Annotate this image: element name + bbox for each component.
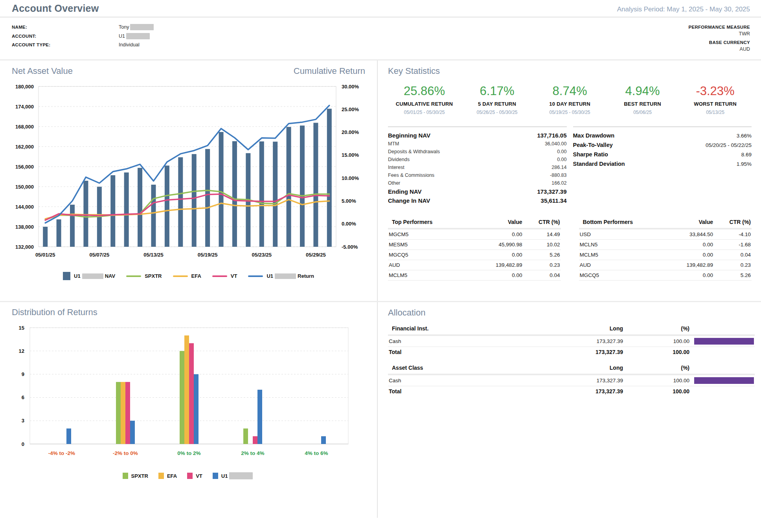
distribution-title: Distribution of Returns	[12, 307, 377, 317]
distribution-of-returns-chart: 03691215-4% to -2%-2% to 0%0% to 2%2% to…	[6, 322, 367, 467]
svg-text:0.00%: 0.00%	[342, 221, 356, 227]
financial-inst-header: Financial Inst.	[388, 323, 522, 335]
account-type-row: ACCOUNT TYPE: Individual	[12, 42, 154, 48]
table-row: MGCQ50.005.26	[388, 250, 561, 260]
account-type-value: Individual	[119, 42, 140, 48]
nav-chart-legend: U1NAV SPXTR EFA VT U1Return	[0, 272, 377, 280]
base-currency-label: BASE CURRENCY	[689, 40, 750, 45]
breakdown-row: Fees & Commissions-880.83	[388, 171, 567, 179]
account-redaction	[275, 273, 296, 279]
svg-text:156,000: 156,000	[15, 164, 34, 170]
table-header-row: Top Performers Value CTR (%)	[388, 217, 561, 229]
account-swatch	[213, 473, 218, 479]
account-label: ACCOUNT:	[12, 34, 119, 39]
svg-text:05/07/25: 05/07/25	[90, 252, 110, 258]
account-redaction	[229, 472, 253, 479]
value-column-header: Value	[653, 217, 714, 229]
legend-item-efa[interactable]: EFA	[158, 473, 177, 479]
asset-class-table: Asset Class Long (%) Cash 173,327.39 100…	[388, 363, 755, 396]
nav-bar-swatch	[63, 272, 70, 280]
stat-label: 10 DAY RETURN	[533, 101, 606, 107]
stat-label: 5 DAY RETURN	[461, 101, 533, 107]
stat-best-return: 4.94% BEST RETURN 05/06/25	[606, 84, 679, 115]
legend-item-vt[interactable]: VT	[212, 273, 237, 279]
svg-text:0% to 2%: 0% to 2%	[177, 450, 200, 456]
stat-cumulative-return: 25.86% CUMULATIVE RETURN 05/01/25 - 05/3…	[388, 84, 461, 115]
table-row: MCLM50.000.04	[388, 270, 561, 281]
svg-text:05/23/25: 05/23/25	[252, 252, 272, 258]
efa-line-swatch	[173, 275, 188, 277]
financial-inst-table: Financial Inst. Long (%) Cash 173,327.39…	[388, 323, 755, 357]
name-label: NAME:	[12, 25, 119, 29]
svg-text:174,000: 174,000	[15, 104, 34, 110]
allocation-panel: Allocation Financial Inst. Long (%) Cash…	[378, 302, 761, 518]
key-statistics-row: 25.86% CUMULATIVE RETURN 05/01/25 - 05/3…	[388, 84, 752, 115]
bar-column-header	[690, 323, 755, 335]
svg-text:9: 9	[22, 371, 24, 377]
long-column-header: Long	[522, 323, 624, 335]
table-row: MCLN50.00-1.68	[579, 240, 752, 250]
svg-text:20.00%: 20.00%	[342, 129, 359, 135]
breakdown-row: Other166.02	[388, 179, 567, 187]
legend-item-efa[interactable]: EFA	[173, 273, 201, 279]
risk-row: Peak-To-Valley05/20/25 - 05/22/25	[573, 140, 752, 150]
table-row: MCLM50.000.04	[579, 250, 752, 260]
svg-text:30.00%: 30.00%	[342, 84, 359, 90]
svg-text:144,000: 144,000	[15, 204, 34, 210]
stat-10-day-return: 8.74% 10 DAY RETURN 05/19/25 - 05/30/25	[533, 84, 606, 115]
key-statistics-title: Key Statistics	[388, 66, 752, 76]
legend-item-vt[interactable]: VT	[187, 473, 202, 479]
pct-column-header: (%)	[624, 363, 690, 374]
cumulative-return-title: Cumulative Return	[294, 66, 365, 76]
asset-class-header: Asset Class	[388, 363, 522, 374]
performance-measure-label: PERFORMANCE MEASURE	[689, 25, 750, 29]
svg-text:3: 3	[22, 418, 24, 424]
nav-chart-panel: Net Asset Value Cumulative Return 180,00…	[0, 61, 377, 301]
distribution-legend: SPXTR EFA VT U1	[0, 472, 377, 479]
svg-text:132,000: 132,000	[15, 244, 34, 250]
nav-breakdown-section: Beginning NAV137,716.05 MTM36,040.00 Dep…	[388, 126, 752, 205]
risk-row: Sharpe Ratio8.69	[573, 150, 752, 159]
table-header-row: Financial Inst. Long (%)	[388, 323, 755, 335]
account-type-label: ACCOUNT TYPE:	[12, 42, 119, 47]
allocation-title: Allocation	[388, 308, 755, 318]
performance-measure-value: TWR	[689, 31, 750, 37]
svg-text:162,000: 162,000	[15, 144, 34, 150]
stat-value: 4.94%	[606, 84, 679, 98]
legend-item-account[interactable]: U1	[213, 472, 255, 479]
table-row: Cash 173,327.39 100.00	[388, 374, 755, 386]
name-redaction	[130, 24, 154, 30]
svg-text:05/13/25: 05/13/25	[143, 252, 164, 258]
bottom-performers-table: Bottom Performers Value CTR (%) USD33,84…	[579, 217, 752, 281]
page-title: Account Overview	[12, 3, 99, 14]
bottom-performers-header: Bottom Performers	[579, 217, 654, 229]
legend-item-spxtr[interactable]: SPXTR	[126, 273, 162, 279]
account-redaction	[126, 33, 150, 39]
svg-text:-2% to 0%: -2% to 0%	[113, 450, 138, 456]
legend-item-return[interactable]: U1Return	[248, 273, 314, 279]
legend-item-spxtr[interactable]: SPXTR	[123, 473, 148, 479]
account-number-row: ACCOUNT: U1	[12, 33, 154, 39]
table-total-row: Total 173,327.39 100.00	[388, 347, 755, 358]
stat-label: CUMULATIVE RETURN	[388, 101, 461, 107]
allocation-bar	[694, 338, 754, 345]
account-value: U1	[119, 33, 150, 39]
svg-text:25.00%: 25.00%	[342, 106, 359, 112]
allocation-bar	[694, 377, 754, 384]
legend-item-nav[interactable]: U1NAV	[63, 272, 115, 280]
svg-text:-5.00%: -5.00%	[342, 244, 358, 250]
risk-row: Max Drawdown3.66%	[573, 131, 752, 140]
svg-text:150,000: 150,000	[15, 184, 34, 190]
breakdown-row: Beginning NAV137,716.05	[388, 131, 567, 140]
bar-column-header	[690, 363, 755, 374]
account-overview-page: Account Overview Analysis Period: May 1,…	[0, 0, 761, 518]
breakdown-row: Dividends0.00	[388, 156, 567, 163]
nav-title: Net Asset Value	[12, 66, 73, 76]
main-content: Net Asset Value Cumulative Return 180,00…	[0, 61, 761, 518]
risk-stats: Max Drawdown3.66% Peak-To-Valley05/20/25…	[573, 126, 752, 205]
efa-swatch	[158, 473, 164, 479]
table-row: MESM545,990.9810.02	[388, 240, 561, 250]
vt-line-swatch	[212, 275, 227, 277]
svg-text:138,000: 138,000	[15, 224, 34, 230]
long-column-header: Long	[522, 363, 624, 374]
